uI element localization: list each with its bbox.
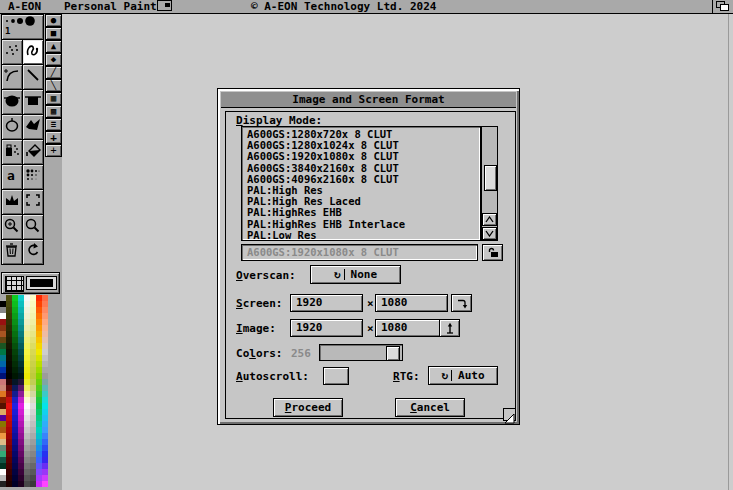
lines-pattern-brush-icon: ≡ [51, 120, 56, 129]
thin-line-brush-icon: ╱ [51, 68, 56, 77]
window-right-border [728, 14, 729, 490]
brush-thin-plus-brush-button[interactable]: + [45, 144, 62, 157]
filled-ellipse-icon [3, 92, 21, 112]
tool-undo-button[interactable] [22, 239, 44, 265]
colors-slider-thumb[interactable] [386, 346, 400, 361]
cycle-icon: ↻ [441, 369, 448, 382]
display-mode-option[interactable]: PAL:HighRes EHB [247, 207, 480, 218]
image-times-sign: × [367, 322, 374, 335]
tool-fill-button[interactable] [22, 139, 44, 165]
chevron-down-icon [485, 230, 494, 237]
tool-filled-rect-button[interactable] [22, 89, 44, 115]
magnify-in-icon [3, 217, 21, 237]
scroll-up-button[interactable] [482, 213, 497, 226]
colors-slider[interactable] [319, 344, 403, 361]
curve-icon [3, 67, 21, 87]
brush-thick-line-brush-button[interactable]: ╲ [45, 79, 62, 92]
tool-curve-button[interactable] [1, 64, 23, 90]
tool-magnify-button[interactable] [22, 214, 44, 240]
mode-lock-button[interactable] [482, 244, 503, 261]
scroll-down-button[interactable] [482, 227, 497, 240]
screen-depth-gadget[interactable] [712, 0, 733, 13]
app-window-icon [157, 0, 172, 11]
overscan-cycle[interactable]: ↻ None [310, 265, 401, 284]
lock-icon [487, 247, 499, 258]
brush-heavy-plus-brush-button[interactable]: + [45, 131, 62, 144]
image-label: Image: [236, 322, 276, 335]
brush-lines-pattern-brush-button[interactable]: ≡ [45, 118, 62, 131]
screen-width-input[interactable]: 1920 [290, 294, 363, 312]
dialog-titlebar[interactable]: Image and Screen Format [221, 92, 516, 108]
tool-clear-button[interactable] [1, 239, 23, 265]
tool-brush-sizes-button[interactable]: 1 [1, 14, 44, 40]
dotted-freehand-icon [3, 42, 21, 62]
circle-brush-icon: ● [51, 16, 56, 25]
colors-label: Colors: [236, 347, 282, 360]
screen-label: Screen: [236, 297, 282, 310]
current-color-well[interactable] [26, 276, 57, 290]
brush-sizes-icon: 1 [3, 14, 43, 40]
tool-filled-ellipse-button[interactable] [1, 89, 23, 115]
screen-height-input[interactable]: 1080 [375, 294, 448, 312]
titlebar-appname: Personal Paint [64, 0, 157, 13]
brush-circle-brush-button[interactable]: ● [45, 14, 62, 27]
dense-dots-brush-icon: ▩ [51, 107, 56, 116]
colors-value: 256 [291, 347, 311, 360]
copy-screen-to-image-button[interactable] [451, 294, 472, 312]
triangle-brush-icon: ▲ [51, 42, 56, 51]
proceed-button[interactable]: Proceed [273, 398, 343, 417]
copy-image-to-screen-button[interactable] [439, 319, 460, 337]
polygon-icon [24, 117, 42, 137]
screen-titlebar[interactable]: A-EON Personal Paint © A-EON Technology … [0, 0, 733, 14]
dither-icon [24, 167, 42, 187]
svg-text:a: a [7, 168, 15, 183]
rtg-label: RTG: [393, 370, 420, 383]
freehand-line-icon [24, 42, 42, 62]
brush-dense-dots-brush-button[interactable]: ▩ [45, 105, 62, 118]
autoscroll-checkbox[interactable] [323, 367, 349, 385]
cancel-button[interactable]: Cancel [395, 398, 465, 417]
tool-outline-ellipse-button[interactable] [1, 114, 23, 140]
rtg-cycle[interactable]: ↻ Auto [428, 366, 498, 385]
tool-polygon-button[interactable] [22, 114, 44, 140]
autoscroll-label: Autoscroll: [236, 370, 309, 383]
arrow-elbow-down-icon [456, 297, 468, 309]
overscan-label: Overscan: [236, 269, 296, 282]
tool-airbrush-button[interactable] [1, 139, 23, 165]
display-mode-option[interactable]: A600GS:1920x1080x 8 CLUT [247, 151, 480, 162]
display-mode-list[interactable]: A600GS:1280x720x 8 CLUTA600GS:1280x1024x… [241, 126, 481, 241]
tool-brush-pick-button[interactable] [1, 189, 23, 215]
tool-text-button[interactable]: a [1, 164, 23, 190]
tool-dotted-freehand-button[interactable] [1, 39, 23, 65]
color-palette [0, 295, 48, 487]
scrollbar-thumb[interactable] [484, 165, 497, 191]
screen-times-sign: × [367, 297, 374, 310]
resize-icon [504, 413, 515, 424]
paint-mode-indicator[interactable] [1, 272, 60, 294]
tool-select-brush-button[interactable] [22, 189, 44, 215]
square-brush-icon: ■ [51, 29, 56, 38]
brush-sparse-dots-brush-button[interactable]: ▦ [45, 92, 62, 105]
svg-text:1: 1 [5, 26, 10, 36]
selected-mode-field[interactable]: A600GS:1920x1080x 8 CLUT [241, 244, 478, 261]
tool-magnify-in-button[interactable] [1, 214, 23, 240]
brush-diamond-brush-button[interactable]: ◆ [45, 53, 62, 66]
dialog-resize-gadget[interactable] [503, 408, 516, 421]
tool-dither-button[interactable] [22, 164, 44, 190]
magnify-icon [24, 217, 42, 237]
mode-list-scrollbar[interactable] [481, 126, 498, 241]
brush-thin-line-brush-button[interactable]: ╱ [45, 66, 62, 79]
brush-triangle-brush-button[interactable]: ▲ [45, 40, 62, 53]
airbrush-icon [3, 142, 21, 162]
brush-square-brush-button[interactable]: ■ [45, 27, 62, 40]
tool-straight-line-button[interactable] [22, 64, 44, 90]
image-screen-format-dialog: Image and Screen Format Display Mode: A6… [217, 88, 520, 425]
image-width-input[interactable]: 1920 [290, 319, 363, 337]
image-height-input[interactable]: 1080 [375, 319, 448, 337]
tool-freehand-line-button[interactable] [22, 39, 44, 65]
palette-swatch[interactable] [42, 481, 48, 487]
personal-paint-screen: A-EON Personal Paint © A-EON Technology … [0, 0, 733, 490]
display-mode-option[interactable]: PAL:Low Res [247, 230, 480, 241]
rtg-value: Auto [458, 369, 485, 382]
current-color-swatch [30, 279, 53, 287]
